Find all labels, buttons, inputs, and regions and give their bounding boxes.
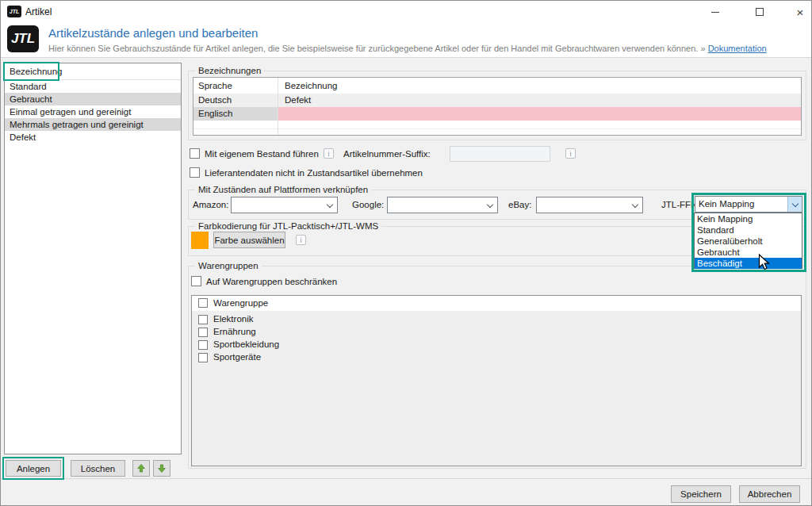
dropdown-option-gebraucht[interactable]: Gebraucht [695, 247, 802, 258]
names-group-title: Bezeichnungen [195, 66, 264, 75]
category-checkbox[interactable] [198, 353, 208, 362]
restrict-categories-checkbox[interactable] [191, 276, 201, 286]
close-button[interactable]: × [784, 1, 812, 23]
categories-list: Warengruppe Elektronik Ernährung Sportbe… [191, 295, 802, 466]
column-divider [278, 78, 278, 135]
condition-list: Bezeichnung Standard Gebraucht Einmal ge… [4, 63, 182, 454]
maximize-button[interactable] [744, 1, 776, 23]
dropdown-option-generalueberholt[interactable]: Generalüberholt [695, 236, 802, 247]
cell-sprache[interactable]: Englisch [193, 107, 278, 121]
move-up-button[interactable] [132, 460, 150, 477]
minimize-button[interactable] [699, 1, 731, 23]
window-title: Artikel [25, 6, 52, 17]
category-checkbox[interactable] [198, 315, 208, 324]
category-row-sportbekleidung[interactable]: Sportbekleidung [192, 339, 801, 351]
table-row-englisch[interactable]: Englisch [193, 107, 801, 121]
dropdown-option-standard[interactable]: Standard [695, 224, 802, 236]
category-checkbox[interactable] [198, 328, 208, 337]
category-row-sportgeraete[interactable]: Sportgeräte [192, 351, 801, 364]
info-icon[interactable]: i [565, 148, 576, 159]
maximize-icon [756, 8, 764, 16]
table-row-deutsch[interactable]: Deutsch Defekt [193, 94, 801, 107]
ebay-label: eBay: [508, 200, 531, 209]
list-item-gebraucht[interactable]: Gebraucht [5, 93, 181, 105]
suffix-label: Artikelnummer-Suffix: [343, 149, 431, 159]
category-label: Sportgeräte [213, 352, 261, 362]
choose-color-button[interactable]: Farbe auswählen [213, 232, 285, 248]
supplier-data-label: Lieferantendaten nicht in Zustandsartike… [205, 168, 423, 178]
list-item-einmal[interactable]: Einmal getragen und gereinigt [5, 105, 181, 118]
google-label: Google: [352, 200, 384, 209]
jtl-titlebar-icon: JTL [7, 6, 21, 17]
dialog-header: JTL Artikelzustände anlegen und bearbeit… [1, 23, 812, 57]
select-all-checkbox[interactable] [198, 298, 208, 308]
down-arrow-icon [158, 464, 166, 473]
dropdown-option-kein-mapping[interactable]: Kein Mapping [695, 213, 802, 224]
dropdown-option-beschaedigt[interactable]: Beschädigt [695, 258, 802, 269]
header-divider [1, 57, 812, 58]
category-label: Elektronik [213, 314, 254, 324]
platforms-group-title: Mit Zuständen auf Plattformen verknüpfen [195, 185, 371, 194]
info-icon[interactable]: i [324, 148, 334, 159]
title-bar: JTL Artikel × [1, 1, 812, 23]
jtl-logo: JTL [7, 25, 39, 52]
category-label: Sportbekleidung [213, 339, 279, 349]
chevron-down-icon [487, 201, 493, 208]
anlegen-button[interactable]: Anlegen [6, 460, 61, 477]
col-bezeichnung[interactable]: Bezeichnung [278, 78, 801, 94]
color-group-title: Farbkodierung für JTL-Packtisch+/JTL-WMS [195, 221, 381, 231]
chevron-down-icon [632, 201, 638, 208]
footer-divider [1, 478, 812, 479]
speichern-button[interactable]: Speichern [671, 485, 731, 503]
color-swatch [191, 232, 209, 249]
table-empty-row [193, 121, 801, 129]
categories-list-header: Warengruppe [192, 296, 801, 311]
cell-bezeichnung-error[interactable] [278, 107, 801, 121]
own-stock-checkbox[interactable] [190, 148, 200, 159]
google-combobox[interactable] [387, 197, 498, 213]
minimize-icon [711, 12, 719, 13]
subtitle-text: Hier können Sie Gebrauchszustände für Ar… [48, 44, 698, 53]
suffix-input[interactable] [450, 146, 550, 162]
jtl-ffn-combobox[interactable]: Kein Mapping [695, 196, 802, 213]
up-arrow-icon [137, 464, 145, 473]
chevron-down-icon [327, 201, 333, 208]
supplier-data-checkbox[interactable] [190, 167, 200, 178]
categories-list-body: Elektronik Ernährung Sportbekleidung Spo… [192, 311, 801, 466]
jtl-ffn-value: Kein Mapping [699, 197, 754, 212]
categories-group-title: Warengruppen [195, 261, 262, 270]
mouse-cursor-icon [758, 254, 771, 273]
category-row-ernaehrung[interactable]: Ernährung [192, 326, 801, 339]
list-item-standard[interactable]: Standard [5, 80, 181, 93]
list-item-defekt[interactable]: Defekt [5, 131, 181, 144]
amazon-label: Amazon: [193, 200, 228, 209]
page-subtitle: Hier können Sie Gebrauchszustände für Ar… [48, 44, 767, 53]
category-row-elektronik[interactable]: Elektronik [192, 313, 801, 326]
names-table: Sprache Bezeichnung Deutsch Defekt Engli… [193, 77, 802, 136]
condition-list-header[interactable]: Bezeichnung [5, 63, 181, 80]
ebay-combobox[interactable] [536, 197, 643, 213]
amazon-combobox[interactable] [231, 197, 338, 213]
info-icon[interactable]: i [296, 235, 306, 245]
list-item-mehrmals[interactable]: Mehrmals getragen und gereinigt [5, 118, 181, 131]
abbrechen-button[interactable]: Abbrechen [739, 485, 800, 503]
move-down-button[interactable] [153, 460, 170, 477]
names-table-header: Sprache Bezeichnung [193, 78, 801, 94]
jtl-ffn-dropdown-list: Kein Mapping Standard Generalüberholt Ge… [694, 213, 802, 269]
documentation-link[interactable]: Dokumentation [708, 44, 767, 53]
categories-header-label: Warengruppe [213, 298, 268, 308]
link-prefix: » [700, 44, 705, 53]
category-label: Ernährung [213, 327, 256, 336]
artikel-window: JTL Artikel × JTL Artikelzustände anlege… [0, 0, 812, 506]
col-sprache[interactable]: Sprache [193, 78, 278, 94]
cell-bezeichnung[interactable]: Defekt [278, 94, 801, 107]
chevron-down-icon [792, 201, 799, 207]
cell-sprache[interactable]: Deutsch [193, 94, 278, 107]
combo-arrow-button[interactable] [787, 197, 802, 212]
own-stock-label: Mit eigenem Bestand führen [205, 149, 319, 159]
category-checkbox[interactable] [198, 340, 208, 350]
close-icon: × [797, 6, 804, 19]
restrict-categories-label: Auf Warengruppen beschränken [206, 277, 337, 286]
page-title: Artikelzustände anlegen und bearbeiten [48, 26, 258, 40]
loeschen-button[interactable]: Löschen [71, 460, 125, 477]
